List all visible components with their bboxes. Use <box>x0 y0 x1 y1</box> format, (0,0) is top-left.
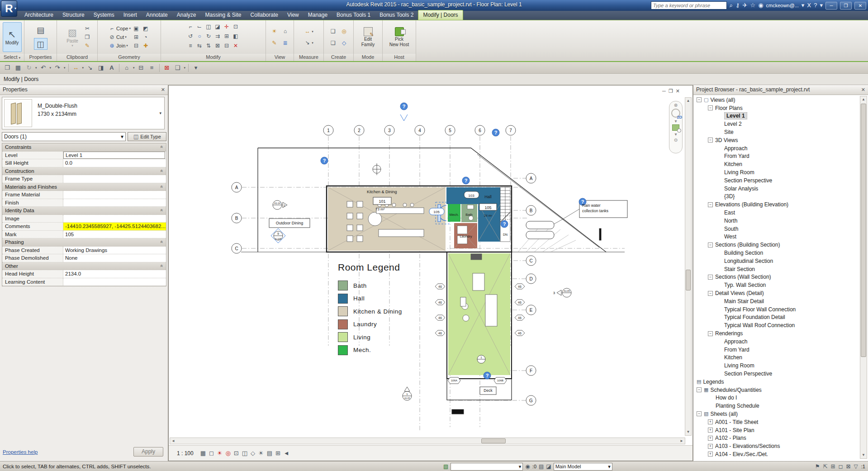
ribbon-tab[interactable]: Bonus Tools 2 <box>375 10 418 20</box>
project-browser-close-icon[interactable]: ✕ <box>861 85 865 95</box>
pick-new-host-button[interactable]: PickNew Host <box>386 22 413 52</box>
vertical-scrollbar[interactable]: ▲ ▼ <box>685 97 692 436</box>
tree-item[interactable]: Kitchen <box>694 354 860 362</box>
tree-item[interactable]: East <box>694 209 860 217</box>
copy-to-clipboard-icon[interactable]: ❐ <box>83 33 91 41</box>
tree-item[interactable]: − Detail Views (Detail) <box>694 289 860 297</box>
tree-item[interactable]: Solar Analysis <box>694 185 860 193</box>
tag-by-category-icon[interactable]: ◨ <box>96 63 105 72</box>
tree-item[interactable]: + A103 - Elevations/Sections <box>694 442 860 450</box>
ribbon-tab[interactable]: Massing & Site <box>201 10 246 20</box>
type-selector[interactable]: M_Double-Flush 1730 x 2134mm ▾ <box>2 97 165 129</box>
tree-item[interactable]: Approach <box>694 144 860 152</box>
property-row[interactable]: Image <box>2 215 166 223</box>
tree-toggle-icon[interactable]: − <box>708 331 713 336</box>
legend-component-icon[interactable]: ❑ <box>329 28 337 35</box>
tree-item[interactable]: + A101 - Site Plan <box>694 426 860 434</box>
reveal-hidden-icon[interactable]: ☀ <box>258 450 264 457</box>
tree-item[interactable]: Living Room <box>694 362 860 370</box>
trim-extend-corner-icon[interactable]: ⇉ <box>213 33 222 40</box>
select-by-face-icon[interactable]: ⊠ <box>846 463 851 470</box>
tree-item[interactable]: Main Stair Detail <box>694 297 860 305</box>
sync-icon[interactable]: ↻ <box>24 63 33 72</box>
tree-item[interactable]: − ▧ Sheets (all) <box>694 410 860 418</box>
tree-toggle-icon[interactable]: − <box>708 138 713 143</box>
ribbon-tab[interactable]: Systems <box>89 10 119 20</box>
tree-item[interactable]: − Sections (Wall Section) <box>694 273 860 281</box>
unpin-icon[interactable]: ⊠ <box>213 42 222 50</box>
tree-toggle-icon[interactable]: − <box>697 387 702 392</box>
tree-item[interactable]: Stair Section <box>694 265 860 273</box>
property-row[interactable]: Phasing <box>2 238 166 247</box>
rotate-icon[interactable]: ↻ <box>204 33 213 40</box>
ribbon-tab[interactable]: Structure <box>58 10 89 20</box>
array-icon[interactable]: ⊞ <box>223 33 231 40</box>
tree-item[interactable]: + A102 - Plans <box>694 434 860 442</box>
beam-coping-icon[interactable]: ▣ <box>132 25 140 33</box>
paste-button[interactable]: ▧Paste▾ <box>63 22 82 52</box>
type-properties-icon[interactable]: ◫ <box>34 38 47 50</box>
editing-requests-icon[interactable]: ▤ <box>539 463 544 470</box>
property-row[interactable]: Learning Content <box>2 278 166 286</box>
properties-palette-icon[interactable]: ▤ <box>34 24 47 36</box>
sign-in-key-icon[interactable]: ⚷ <box>735 1 740 10</box>
worksets-dropdown[interactable]: ▾ <box>451 463 523 471</box>
tree-item[interactable]: ▤ Legends <box>694 378 860 386</box>
create-assembly-icon[interactable]: ◇ <box>340 39 348 47</box>
design-options-dropdown[interactable]: Main Model▾ <box>554 463 612 471</box>
pb-scroll-down-icon[interactable]: ▼ <box>860 452 867 458</box>
property-row[interactable]: Level Level 1 <box>2 152 166 160</box>
property-row[interactable]: Phase Created Working Drawings <box>2 247 166 255</box>
project-browser-scrollbar[interactable]: ▲ ▼ <box>860 96 867 459</box>
communication-center-icon[interactable]: ✈ <box>743 1 748 10</box>
editable-only-icon[interactable]: ◉ <box>525 463 530 470</box>
crop-view-icon[interactable]: ⊡ <box>234 450 239 457</box>
tree-item[interactable]: South <box>694 225 860 233</box>
redo-icon[interactable]: ↷ <box>53 63 62 72</box>
tree-item[interactable]: Longitudinal Section <box>694 257 860 265</box>
cut-to-clipboard-icon[interactable]: ✂ <box>83 25 91 33</box>
view-close-icon[interactable]: ✕ <box>676 88 680 94</box>
worksets-icon[interactable]: ▧ <box>443 463 448 470</box>
tree-item[interactable]: North <box>694 217 860 225</box>
horizontal-scroll-thumb[interactable] <box>481 438 506 443</box>
press-drag-icon[interactable]: ⚑ <box>815 463 820 470</box>
tree-toggle-icon[interactable]: + <box>708 444 713 449</box>
edit-type-button[interactable]: ◫Edit Type <box>128 132 166 141</box>
property-row[interactable]: Construction <box>2 167 166 176</box>
application-menu-button[interactable]: R▾ <box>1 0 17 17</box>
align-icon[interactable]: ⌐ <box>186 23 194 31</box>
demolish-icon[interactable]: ◩ <box>142 25 150 33</box>
ribbon-tab[interactable]: Analyze <box>172 10 201 20</box>
tree-toggle-icon[interactable]: − <box>697 411 702 416</box>
tree-item[interactable]: Building Section <box>694 249 860 257</box>
dimension-button[interactable]: ↘▾ <box>304 38 313 47</box>
tree-item[interactable]: − ▢ Views (all) <box>694 96 860 104</box>
create-group-icon[interactable]: ❏ <box>329 39 337 47</box>
tree-item[interactable]: Typical Floor Wall Connection <box>694 305 860 314</box>
ribbon-tab[interactable]: Insert <box>119 10 142 20</box>
account-icon[interactable]: ◉ <box>758 1 763 10</box>
tree-item[interactable]: Planting Schedule <box>694 402 860 410</box>
tree-toggle-icon[interactable]: − <box>708 291 713 296</box>
minimize-button[interactable]: ─ <box>825 2 837 10</box>
mirror-pick-axis-icon[interactable]: ◫ <box>204 23 213 31</box>
horizontal-scrollbar[interactable]: ◄ ► <box>170 438 685 444</box>
account-name[interactable]: cmckeown@... <box>766 3 799 8</box>
ribbon-tab[interactable]: Manage <box>304 10 332 20</box>
select-links-icon[interactable]: ⇱ <box>823 463 827 470</box>
open-icon[interactable]: ❒ <box>3 63 12 72</box>
cut-geometry-button[interactable]: ⊘Cut▾ <box>109 33 131 42</box>
apply-button[interactable]: Apply <box>133 447 163 457</box>
exclude-options-icon[interactable]: ◪ <box>546 463 551 470</box>
property-row[interactable]: Materials and Finishes <box>2 183 166 191</box>
scroll-up-icon[interactable]: ▲ <box>685 98 691 104</box>
scroll-left-icon[interactable]: ◄ <box>170 438 176 444</box>
detail-level-icon[interactable]: ▦ <box>200 450 206 457</box>
filter-icon[interactable]: ▽ <box>854 463 858 470</box>
tree-item[interactable]: − Floor Plans <box>694 104 860 112</box>
tree-toggle-icon[interactable]: − <box>708 105 713 110</box>
help-caret-icon[interactable]: ▾ <box>820 1 823 10</box>
tree-item[interactable]: + A104 - Elev./Sec./Det. <box>694 450 860 458</box>
exchange-apps-icon[interactable]: Ⅹ <box>807 1 811 10</box>
